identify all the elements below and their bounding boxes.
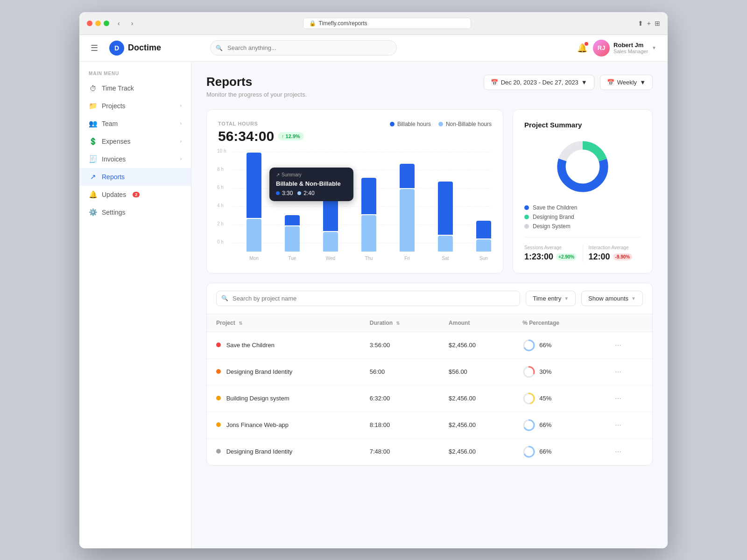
tooltip-subtitle: Billable & Non-Billable xyxy=(276,180,347,187)
progress-circle xyxy=(522,419,536,432)
updates-badge: 2 xyxy=(133,192,140,197)
address-bar[interactable]: 🔒 Timefly.com/reports xyxy=(303,18,471,29)
chevron-down-icon: ▼ xyxy=(581,79,587,86)
table-row: Jons Finance Web-app 8:18:00 $2,456.00 6… xyxy=(207,412,652,438)
legend-item-3: Design System xyxy=(524,223,641,230)
bar-day-label: Fri xyxy=(404,256,410,261)
hamburger-menu[interactable]: ☰ xyxy=(91,43,98,53)
table-row: Save the Children 3:56:00 $2,456.00 66% … xyxy=(207,332,652,358)
sidebar-item-label: Settings xyxy=(102,209,126,216)
page-subtitle: Monitor the progress of your projects. xyxy=(206,91,307,98)
row-more-button[interactable]: ··· xyxy=(612,367,624,377)
bar-day-label: Wed xyxy=(326,256,335,261)
updates-icon: 🔔 xyxy=(89,190,97,199)
duration-cell: 56:00 xyxy=(360,358,439,385)
tooltip-non-billable-dot xyxy=(297,191,301,195)
notification-button[interactable]: 🔔 xyxy=(577,43,587,53)
sidebar-item-settings[interactable]: ⚙️ Settings xyxy=(79,203,191,221)
user-menu[interactable]: RJ Robert Jm Sales Manager ▼ xyxy=(593,40,656,56)
non-billable-dot xyxy=(438,122,443,126)
maximize-button[interactable] xyxy=(104,21,109,26)
bar-group-tue: Tue ↗ Summary Billable & Non-Billable xyxy=(274,214,310,252)
duration-cell: 7:48:00 xyxy=(360,438,439,465)
project-search-input[interactable] xyxy=(216,291,520,306)
bar-day-label: Sat xyxy=(442,256,449,261)
amount-cell: $2,456.00 xyxy=(439,438,513,465)
percent-value: 45% xyxy=(539,395,551,402)
show-amounts-filter[interactable]: Show amounts ▼ xyxy=(581,291,643,306)
legend-non-billable: Non-Billable hours xyxy=(438,121,492,127)
donut-svg xyxy=(552,136,613,197)
sidebar-item-reports[interactable]: ↗ Reports xyxy=(79,168,191,186)
sessions-badge: +2.90% xyxy=(556,253,577,260)
user-name: Robert Jm xyxy=(613,42,648,49)
lock-icon: 🔒 xyxy=(309,20,316,27)
browser-titlebar: ‹ › 🔒 Timefly.com/reports ⬆ + ⊞ xyxy=(79,12,668,35)
chevron-down-icon: › xyxy=(180,103,182,108)
row-more-button[interactable]: ··· xyxy=(612,447,624,457)
search-icon: 🔍 xyxy=(216,45,223,51)
table-search-container: 🔍 xyxy=(216,291,520,306)
time-entry-filter[interactable]: Time entry ▼ xyxy=(526,291,576,306)
percent-value: 66% xyxy=(539,342,551,349)
sidebar-item-updates[interactable]: 🔔 Updates 2 xyxy=(79,186,191,203)
close-button[interactable] xyxy=(87,21,92,26)
sidebar-item-expenses[interactable]: 💲 Expenses › xyxy=(79,133,191,150)
legend-billable: Billable hours xyxy=(390,121,431,127)
sidebar-item-invoices[interactable]: 🧾 Invoices › xyxy=(79,150,191,168)
reports-icon: ↗ xyxy=(89,173,97,181)
amount-cell: $56.00 xyxy=(439,358,513,385)
tooltip-values: 3:30 2:40 xyxy=(276,190,347,196)
actions-cell: ··· xyxy=(603,332,652,358)
non-billable-bar xyxy=(285,226,300,252)
table-row: Building Design system 6:32:00 $2,456.00… xyxy=(207,385,652,412)
row-more-button[interactable]: ··· xyxy=(612,420,624,430)
billable-bar xyxy=(400,164,415,188)
row-more-button[interactable]: ··· xyxy=(612,393,624,404)
bar-day-label: Thu xyxy=(365,256,373,261)
minimize-button[interactable] xyxy=(95,21,101,26)
sort-icon[interactable]: ⇅ xyxy=(239,321,242,326)
legend-label: Designing Brand xyxy=(533,214,574,220)
amount-cell: $2,456.00 xyxy=(439,385,513,412)
bar-day-label: Mon xyxy=(249,256,258,261)
sort-icon[interactable]: ⇅ xyxy=(396,321,400,326)
billable-bar xyxy=(476,221,491,238)
page-title: Reports xyxy=(206,75,307,89)
bar-group-fri: Fri xyxy=(389,163,425,252)
duration-cell: 8:18:00 xyxy=(360,412,439,438)
progress-circle xyxy=(522,445,536,458)
billable-bar xyxy=(361,178,376,214)
back-button[interactable]: ‹ xyxy=(115,19,123,28)
percentage-cell: 66% xyxy=(513,332,603,358)
non-billable-bar xyxy=(247,219,261,252)
header-right: 🔔 RJ Robert Jm Sales Manager ▼ xyxy=(577,40,656,56)
project-name: Jons Finance Web-app xyxy=(226,421,289,428)
project-color-dot xyxy=(216,369,221,374)
date-range-picker[interactable]: 📅 Dec 20, 2023 - Dec 27, 2023 ▼ xyxy=(484,75,594,90)
calendar-icon: 📅 xyxy=(491,79,498,86)
table-row: Designing Brand Identity 56:00 $56.00 30… xyxy=(207,358,652,385)
logo-area: D Doctime xyxy=(109,41,203,56)
row-more-button[interactable]: ··· xyxy=(612,340,624,350)
app-layout: ☰ D Doctime 🔍 🔔 RJ Robert Jm Sales Ma xyxy=(79,35,668,548)
charts-row: TOTAL HOURS 56:34:00 ↑ 12.9% xyxy=(206,109,653,273)
bar-group-mon: Mon xyxy=(236,152,272,252)
table-toolbar: 🔍 Time entry ▼ Show amounts ▼ xyxy=(207,283,652,314)
forward-button[interactable]: › xyxy=(128,19,136,28)
logo-icon: D xyxy=(109,41,124,56)
non-billable-bar xyxy=(476,239,491,252)
period-selector[interactable]: 📅 Weekly ▼ xyxy=(600,75,653,90)
browser-actions: ⬆ + ⊞ xyxy=(638,20,660,27)
bar-stack xyxy=(389,163,425,252)
show-amounts-label: Show amounts xyxy=(588,295,628,302)
search-input[interactable] xyxy=(210,40,397,56)
sidebar-item-team[interactable]: 👥 Team › xyxy=(79,115,191,133)
sidebar-item-projects[interactable]: 📁 Projects › xyxy=(79,97,191,115)
share-icon[interactable]: ⬆ xyxy=(638,20,643,27)
percent-value: 30% xyxy=(539,368,551,375)
period-text: Weekly xyxy=(617,79,637,86)
add-tab-icon[interactable]: + xyxy=(647,20,651,27)
grid-icon[interactable]: ⊞ xyxy=(655,20,660,27)
sidebar-item-time-track[interactable]: ⏱ Time Track xyxy=(79,80,191,97)
